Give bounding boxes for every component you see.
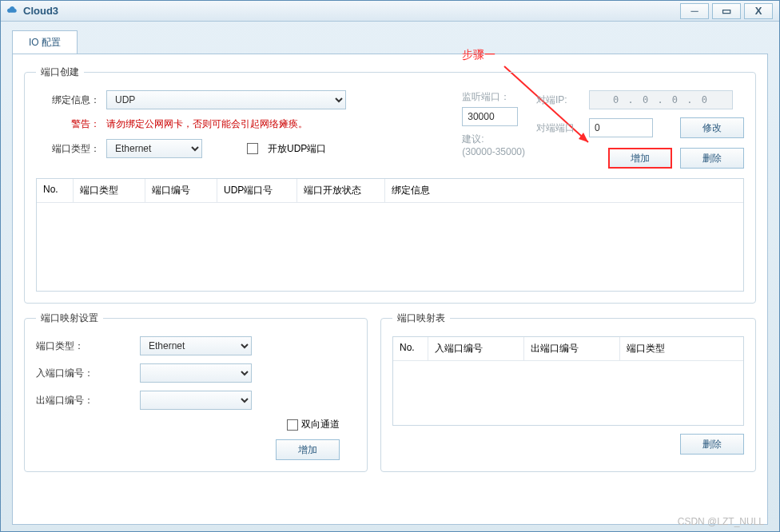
legend-port-map-table: 端口映射表 xyxy=(392,312,450,325)
label-out-port-no: 出端口编号： xyxy=(36,394,140,407)
label-port-type: 端口类型： xyxy=(36,142,100,156)
input-listen-port[interactable] xyxy=(462,107,518,126)
input-peer-ip: 0 . 0 . 0 . 0 xyxy=(589,90,733,109)
col-open-state[interactable]: 端口开放状态 xyxy=(297,179,385,202)
label-suggest-range: (30000-35000) xyxy=(462,146,525,157)
col-map-out[interactable]: 出端口编号 xyxy=(524,337,620,360)
col-map-no[interactable]: No. xyxy=(393,337,428,360)
label-listen-port: 监听端口： xyxy=(462,90,525,104)
col-port-no[interactable]: 端口编号 xyxy=(145,179,217,202)
fieldset-port-map-table: 端口映射表 No. 入端口编号 出端口编号 端口类型 删除 xyxy=(380,312,756,472)
col-map-in[interactable]: 入端口编号 xyxy=(428,337,524,360)
label-open-udp: 开放UDP端口 xyxy=(268,142,326,156)
tab-io-config[interactable]: IO 配置 xyxy=(12,30,78,54)
select-port-type[interactable]: Ethernet xyxy=(106,139,202,158)
col-port-type[interactable]: 端口类型 xyxy=(74,179,145,202)
col-udp-port[interactable]: UDP端口号 xyxy=(217,179,297,202)
tabstrip: IO 配置 xyxy=(12,30,768,54)
label-suggest: 建议: xyxy=(462,133,525,146)
add-button[interactable]: 增加 xyxy=(608,148,672,169)
map-table-header: No. 入端口编号 出端口编号 端口类型 xyxy=(393,337,743,361)
app-window: Cloud3 ─ ▭ X IO 配置 步骤一 端口创建 xyxy=(0,0,780,532)
watermark: CSDN @LZT_NULL xyxy=(678,516,764,527)
map-table: No. 入端口编号 出端口编号 端口类型 xyxy=(392,336,744,426)
label-peer-ip: 对端IP: xyxy=(536,93,581,107)
legend-port-map-setting: 端口映射设置 xyxy=(36,312,103,325)
select-in-port[interactable] xyxy=(140,363,252,383)
panel: 步骤一 端口创建 绑定信息： UDP xyxy=(12,54,768,525)
annotation-step1: 步骤一 xyxy=(462,48,495,62)
modify-button[interactable]: 修改 xyxy=(680,117,744,138)
col-bind-info[interactable]: 绑定信息 xyxy=(385,179,743,202)
col-no[interactable]: No. xyxy=(37,179,74,202)
port-table: No. 端口类型 端口编号 UDP端口号 端口开放状态 绑定信息 xyxy=(36,178,744,292)
table-body[interactable] xyxy=(37,203,743,291)
map-table-body[interactable] xyxy=(393,361,743,425)
label-bidir: 双向通道 xyxy=(301,418,340,431)
label-in-port-no: 入端口编号： xyxy=(36,367,140,380)
delete-map-button[interactable]: 删除 xyxy=(680,434,744,455)
app-icon xyxy=(7,6,18,17)
maximize-button[interactable]: ▭ xyxy=(712,3,741,19)
titlebar: Cloud3 ─ ▭ X xyxy=(1,1,779,22)
client-area: IO 配置 步骤一 端口创建 绑定信息： UDP xyxy=(1,22,779,532)
label-peer-port: 对端端口 xyxy=(536,121,581,135)
checkbox-bidir[interactable] xyxy=(287,419,298,431)
add-map-button[interactable]: 增加 xyxy=(276,439,340,460)
label-bind-info: 绑定信息： xyxy=(36,93,100,107)
warning-text: 请勿绑定公网网卡，否则可能会引起网络瘫痪。 xyxy=(106,117,308,131)
close-button[interactable]: X xyxy=(744,3,773,19)
minimize-button[interactable]: ─ xyxy=(680,3,709,19)
col-map-type[interactable]: 端口类型 xyxy=(620,337,743,360)
delete-button[interactable]: 删除 xyxy=(680,148,744,169)
checkbox-open-udp[interactable] xyxy=(247,143,258,154)
table-header: No. 端口类型 端口编号 UDP端口号 端口开放状态 绑定信息 xyxy=(37,179,743,203)
select-out-port[interactable] xyxy=(140,391,252,410)
label-warning: 警告： xyxy=(36,117,100,131)
select-bind-info[interactable]: UDP xyxy=(106,90,346,109)
legend-port-create: 端口创建 xyxy=(36,66,84,79)
fieldset-port-map-setting: 端口映射设置 端口类型： Ethernet 入端口编号： 出端口编号： xyxy=(24,312,368,472)
select-map-port-type[interactable]: Ethernet xyxy=(140,336,252,355)
label-map-port-type: 端口类型： xyxy=(36,339,140,353)
input-peer-port xyxy=(589,118,653,137)
fieldset-port-create: 端口创建 绑定信息： UDP 警告： 请勿绑定公网网卡，否则可能会引起网络瘫痪。 xyxy=(24,66,756,304)
app-title: Cloud3 xyxy=(23,5,677,17)
